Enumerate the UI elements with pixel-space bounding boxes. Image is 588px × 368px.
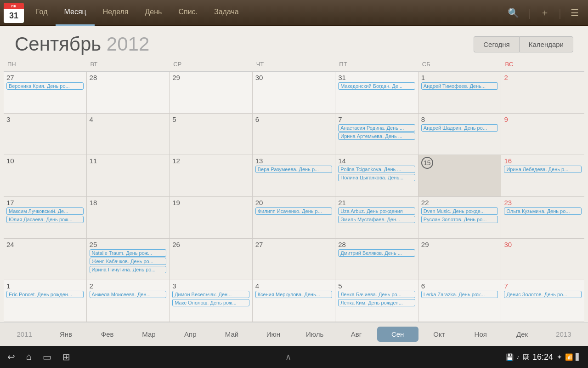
event-tag[interactable]: Eric Poncet. День рожден... <box>6 291 84 298</box>
search-button[interactable]: 🔍 <box>502 4 525 22</box>
day-cell-w3d0[interactable]: 17Максим Лучковский. Де...Юлия Дасаева. … <box>4 197 87 238</box>
day-cell-w0d6[interactable]: 2 <box>501 72 584 113</box>
event-tag[interactable]: Uza Arbuz. День рождения <box>338 207 415 215</box>
day-cell-w0d4[interactable]: 31Македонский Богдан. Де... <box>335 72 418 113</box>
day-cell-w1d2[interactable]: 5 <box>170 114 253 155</box>
event-tag[interactable]: Анжела Моисеева. Ден... <box>90 291 167 298</box>
day-cell-w3d4[interactable]: 21Uza Arbuz. День рожденияЭмиль Мустафае… <box>335 197 418 238</box>
strip-item-2011[interactable]: 2011 <box>4 327 45 342</box>
event-tag[interactable]: Филипп Исаченко. День р... <box>255 207 333 215</box>
event-tag[interactable]: Вера Разумеева. День р... <box>255 166 333 173</box>
chevron-up-icon[interactable]: ∧ <box>285 352 291 362</box>
event-tag[interactable]: Natalie Traum. День рож... <box>90 249 167 257</box>
event-tag[interactable]: Руслан Золотов. День ро... <box>421 216 498 223</box>
tab-week[interactable]: Неделя <box>95 0 137 26</box>
strip-item-2013[interactable]: 2013 <box>543 327 584 342</box>
event-tag[interactable]: Ирина Артемьева. День ... <box>338 132 415 140</box>
day-cell-w3d1[interactable]: 18 <box>87 197 170 238</box>
add-button[interactable]: ＋ <box>535 3 555 23</box>
event-tag[interactable]: Андрей Шадрин. День ро... <box>421 124 498 132</box>
day-cell-w5d0[interactable]: 1Eric Poncet. День рожден... <box>4 280 87 322</box>
event-tag[interactable]: Ирина Пичугина. День ро... <box>90 266 167 273</box>
strip-item-Окт[interactable]: Окт <box>418 327 460 342</box>
event-tag[interactable]: Ленка Ким. День рожден... <box>338 299 415 306</box>
day-cell-w4d5[interactable]: 29 <box>418 239 502 280</box>
day-cell-w3d3[interactable]: 20Филипп Исаченко. День р... <box>253 197 336 238</box>
event-tag[interactable]: Эмиль Мустафаев. Ден... <box>338 216 415 223</box>
day-cell-w0d2[interactable]: 29 <box>170 72 253 113</box>
event-tag[interactable]: Максим Лучковский. Де... <box>6 207 84 215</box>
strip-item-Апр[interactable]: Апр <box>170 327 211 342</box>
event-tag[interactable]: Ольга Кузьмина. День ро... <box>504 207 582 215</box>
day-cell-w4d0[interactable]: 24 <box>4 239 87 280</box>
day-cell-w0d0[interactable]: 27Вероника Крия. День ро... <box>4 72 87 113</box>
strip-item-Июль[interactable]: Июль <box>294 327 335 342</box>
day-cell-w1d6[interactable]: 9 <box>501 114 584 155</box>
day-cell-w1d4[interactable]: 7Анастасия Родина. День ...Ирина Артемье… <box>335 114 418 155</box>
recents-button[interactable]: ▭ <box>43 351 51 362</box>
strip-item-Дек[interactable]: Дек <box>501 327 543 342</box>
day-cell-w2d1[interactable]: 11 <box>87 155 170 196</box>
tab-day[interactable]: День <box>137 0 170 26</box>
day-cell-w4d4[interactable]: 28Дмитрий Беляков. День ... <box>335 239 418 280</box>
day-cell-w4d3[interactable]: 27 <box>253 239 336 280</box>
day-cell-w2d3[interactable]: 13Вера Разумеева. День р... <box>253 155 336 196</box>
tab-task[interactable]: Задача <box>206 0 247 26</box>
day-cell-w1d5[interactable]: 8Андрей Шадрин. День ро... <box>418 114 502 155</box>
day-cell-w1d3[interactable]: 6 <box>253 114 336 155</box>
day-cell-w2d2[interactable]: 12 <box>170 155 253 196</box>
day-cell-w3d5[interactable]: 22Dven Music. День рожде...Руслан Золото… <box>418 197 502 238</box>
day-cell-w2d5[interactable]: 15 <box>418 155 502 196</box>
tab-month[interactable]: Месяц <box>56 0 94 26</box>
strip-item-Сен[interactable]: Сен <box>377 327 418 342</box>
event-tag[interactable]: Ленка Бачиева. День ро... <box>338 291 415 298</box>
day-cell-w3d2[interactable]: 19 <box>170 197 253 238</box>
event-tag[interactable]: Женя Кабачков. День ро... <box>90 258 167 265</box>
today-button[interactable]: Сегодня <box>474 36 519 52</box>
day-cell-w0d3[interactable]: 30 <box>253 72 336 113</box>
day-cell-w2d6[interactable]: 16Ирина Лебедева. День р... <box>501 155 584 196</box>
day-cell-w3d6[interactable]: 23Ольга Кузьмина. День ро... <box>501 197 584 238</box>
back-button[interactable]: ↩ <box>7 351 15 362</box>
home-button[interactable]: ⌂ <box>26 351 32 362</box>
event-tag[interactable]: Lerka Zarazka. День рож... <box>421 291 498 298</box>
strip-item-Фев[interactable]: Фев <box>87 327 128 342</box>
day-cell-w5d1[interactable]: 2Анжела Моисеева. Ден... <box>87 280 170 322</box>
tab-year[interactable]: Год <box>28 0 56 26</box>
day-cell-w0d1[interactable]: 28 <box>87 72 170 113</box>
day-cell-w5d2[interactable]: 3Димон Весельчак. Ден...Макс Ололош. Ден… <box>170 280 253 322</box>
day-cell-w0d5[interactable]: 1Андрей Тимофеев. День... <box>418 72 502 113</box>
day-cell-w4d2[interactable]: 26 <box>170 239 253 280</box>
strip-item-Ноя[interactable]: Ноя <box>460 327 501 342</box>
event-tag[interactable]: Макс Ололош. День рож... <box>172 299 249 306</box>
tab-list[interactable]: Спис. <box>170 0 206 26</box>
event-tag[interactable]: Ирина Лебедева. День р... <box>504 166 582 173</box>
day-cell-w2d0[interactable]: 10 <box>4 155 87 196</box>
day-cell-w4d1[interactable]: 25Natalie Traum. День рож...Женя Кабачко… <box>87 239 170 280</box>
day-cell-w5d4[interactable]: 5Ленка Бачиева. День ро...Ленка Ким. Ден… <box>335 280 418 322</box>
day-cell-w4d6[interactable]: 30 <box>501 239 584 280</box>
day-cell-w2d4[interactable]: 14Polina Tcigankova. День ...Полина Цыга… <box>335 155 418 196</box>
event-tag[interactable]: Dven Music. День рожде... <box>421 207 498 215</box>
event-tag[interactable]: Polina Tcigankova. День ... <box>338 166 415 173</box>
day-cell-w5d3[interactable]: 4Ксения Меркулова. День... <box>253 280 336 322</box>
event-tag[interactable]: Ксения Меркулова. День... <box>255 291 333 298</box>
day-cell-w5d6[interactable]: 7Денис Золотов. День ро... <box>501 280 584 322</box>
strip-item-Май[interactable]: Май <box>211 327 252 342</box>
event-tag[interactable]: Андрей Тимофеев. День... <box>421 82 498 90</box>
day-cell-w1d1[interactable]: 4 <box>87 114 170 155</box>
strip-item-Мар[interactable]: Мар <box>128 327 170 342</box>
event-tag[interactable]: Денис Золотов. День ро... <box>504 291 582 298</box>
menu-button[interactable]: ☰ <box>565 4 584 22</box>
event-tag[interactable]: Анастасия Родина. День ... <box>338 124 415 132</box>
day-cell-w5d5[interactable]: 6Lerka Zarazka. День рож... <box>418 280 502 322</box>
event-tag[interactable]: Вероника Крия. День ро... <box>6 82 84 90</box>
day-cell-w1d0[interactable]: 3 <box>4 114 87 155</box>
event-tag[interactable]: Македонский Богдан. Де... <box>338 82 415 90</box>
strip-item-Янв[interactable]: Янв <box>45 327 86 342</box>
strip-item-Июн[interactable]: Июн <box>253 327 294 342</box>
event-tag[interactable]: Дмитрий Беляков. День ... <box>338 249 415 257</box>
calendars-button[interactable]: Календари <box>519 36 573 52</box>
event-tag[interactable]: Полина Цыганкова. День... <box>338 174 415 181</box>
screenshot-button[interactable]: ⊞ <box>62 351 70 362</box>
